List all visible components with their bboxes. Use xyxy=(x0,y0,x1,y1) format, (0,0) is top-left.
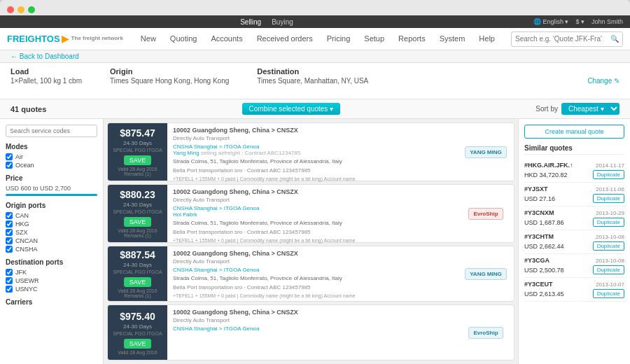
dest-usewr[interactable]: USEWR xyxy=(6,277,97,284)
origin-cnsha-checkbox[interactable] xyxy=(6,246,13,253)
save-button[interactable]: SAVE xyxy=(124,155,151,165)
sidebar-search[interactable] xyxy=(6,125,97,137)
duplicate-button[interactable]: Duplicate xyxy=(593,265,624,274)
quote-days: 24-30 Days xyxy=(123,262,152,268)
similar-item: #HKG.AIR.JFK.↑ 2014-11-17 HKD 34,720.82 … xyxy=(524,159,624,183)
logo: FREIGHTOS ▶ The freight network xyxy=(7,34,123,44)
nav-reports[interactable]: Reports xyxy=(391,28,433,50)
carriers-title: Carriers xyxy=(6,298,97,306)
mode-ocean-checkbox[interactable] xyxy=(6,162,13,169)
origin-label: Origin xyxy=(110,67,229,76)
duplicate-button[interactable]: Duplicate xyxy=(593,241,624,251)
change-link[interactable]: Change ✎ xyxy=(587,77,620,85)
origin-cnsha-label: CNSHA xyxy=(15,246,38,253)
origin-value: Times Square Hong Kong, Hong Kong xyxy=(110,77,229,85)
quote-route-sub: Directly Auto Transport xyxy=(173,197,452,203)
save-button[interactable]: SAVE xyxy=(124,339,151,349)
similar-id: #Y3CEUT xyxy=(524,281,553,288)
topbar-buying[interactable]: Buying xyxy=(272,18,293,26)
origin-can-checkbox[interactable] xyxy=(6,212,13,219)
load-value: 1×Pallet, 100 kg 1 cbm xyxy=(10,77,82,85)
origin-can[interactable]: CAN xyxy=(6,212,97,219)
dest-usewr-checkbox[interactable] xyxy=(6,277,13,284)
sort-select[interactable]: Cheapest ▾ xyxy=(561,103,620,115)
duplicate-button[interactable]: Duplicate xyxy=(593,218,624,227)
origin-cnsha[interactable]: CNSHA xyxy=(6,246,97,253)
quote-meta: +TEFEL1 + 155MM + 0 palst | Commodity na… xyxy=(173,176,452,181)
origin-cncan-checkbox[interactable] xyxy=(6,237,13,244)
similar-price: USD 2,613.45 xyxy=(524,290,564,298)
modes-section: Modes Air Ocean xyxy=(6,143,97,169)
duplicate-button[interactable]: Duplicate xyxy=(593,170,624,179)
close-icon[interactable] xyxy=(7,6,14,13)
duplicate-button[interactable]: Duplicate xyxy=(593,194,624,203)
duplicate-button[interactable]: Duplicate xyxy=(593,289,624,298)
topbar-currency[interactable]: $ ▾ xyxy=(575,18,584,25)
origin-szx-checkbox[interactable] xyxy=(6,229,13,236)
origin-ports-title: Origin ports xyxy=(6,202,97,209)
nav-pricing[interactable]: Pricing xyxy=(320,28,358,50)
logo-tagline: The freight network xyxy=(71,35,123,41)
price-title: Price xyxy=(6,174,97,182)
origin-szx-label: SZX xyxy=(15,229,28,236)
quote-carrier-line: CNSHA Shanghai > ITGOA Genoa xyxy=(173,267,452,273)
destination-value: Times Square, Manhattan, NY, USA xyxy=(257,77,368,85)
similar-date: 2013-10-08 xyxy=(596,234,624,240)
dest-ports-section: Destination ports JFK USEWR USNYC xyxy=(6,258,97,293)
destination-section: Destination Times Square, Manhattan, NY,… xyxy=(257,67,368,85)
nav-system[interactable]: System xyxy=(433,28,472,50)
quote-valid: Valid 28 Aug 2016 Remarks (1) xyxy=(111,228,164,238)
combine-bar: 41 quotes Combine selected quotes ▾ Sort… xyxy=(0,99,630,119)
minimize-icon[interactable] xyxy=(18,6,24,13)
quote-details: 10002 Guangdong Sheng, China > CNSZX Dir… xyxy=(167,246,458,301)
save-button[interactable]: SAVE xyxy=(124,277,151,287)
dest-usnyc-label: USNYC xyxy=(15,286,38,293)
dest-ports-title: Destination ports xyxy=(6,258,97,266)
nav-quoting[interactable]: Quoting xyxy=(163,28,204,50)
similar-price: USD 2,662.44 xyxy=(524,243,564,250)
similar-date: 2013-10-29 xyxy=(596,210,624,216)
combine-button[interactable]: Combine selected quotes ▾ xyxy=(242,103,341,115)
quote-meta: +TEFEL1 + 155MM + 0 palst | Commodity na… xyxy=(173,293,452,298)
quote-route: 10002 Guangdong Sheng, China > CNSZX xyxy=(173,309,452,316)
search-bar[interactable]: 🔍 xyxy=(511,31,623,47)
dest-jfk-checkbox[interactable] xyxy=(6,269,13,276)
dest-usnyc-checkbox[interactable] xyxy=(6,286,13,293)
topbar-language[interactable]: 🌐 English ▾ xyxy=(533,18,569,25)
quote-address: Strada Colma, 51, Tagliolo Monferrato, P… xyxy=(173,220,452,227)
mode-air-label: Air xyxy=(15,153,23,160)
search-input[interactable] xyxy=(515,35,610,43)
nav-help[interactable]: Help xyxy=(472,28,502,50)
origin-hkg-checkbox[interactable] xyxy=(6,220,13,227)
carrier-badge: EvroShip xyxy=(468,327,503,339)
maximize-icon[interactable] xyxy=(28,6,35,13)
mode-ocean[interactable]: Ocean xyxy=(6,162,97,169)
price-slider[interactable] xyxy=(6,194,97,196)
quote-price-col: $887.54 24-30 Days SPECIAL FGO ITGOA SAV… xyxy=(108,246,167,301)
quote-address: Strada Colma, 51, Tagliolo Monferrato, P… xyxy=(173,275,452,282)
quote-logo-col: EvroShip xyxy=(458,185,514,242)
dest-jfk[interactable]: JFK xyxy=(6,269,97,276)
quote-address-sub: Bella Port transportation sro · Contract… xyxy=(173,229,452,236)
nav-setup[interactable]: Setup xyxy=(357,28,391,50)
quote-route: 10002 Guangdong Sheng, China > CNSZX xyxy=(173,127,452,134)
origin-hkg[interactable]: HKG xyxy=(6,220,97,227)
similar-quotes-title: Similar quotes xyxy=(524,144,624,155)
dest-usnyc[interactable]: USNYC xyxy=(6,286,97,293)
quote-meta: +TEFEL1 + 155MM + 0 palst | Commodity na… xyxy=(173,238,452,243)
topbar-selling[interactable]: Selling xyxy=(240,18,261,26)
origin-szx[interactable]: SZX xyxy=(6,229,97,236)
nav-received-orders[interactable]: Received orders xyxy=(250,28,320,50)
quote-carrier-line: CNSHA Shanghai > ITGOA Genoa xyxy=(173,326,452,332)
quote-logo-col: EvroShip xyxy=(458,305,514,360)
topbar-user[interactable]: John Smith xyxy=(592,18,623,25)
breadcrumb[interactable]: ← Back to Dashboard xyxy=(0,50,630,63)
nav-new[interactable]: New xyxy=(134,28,163,50)
mode-air-checkbox[interactable] xyxy=(6,153,13,160)
save-button[interactable]: SAVE xyxy=(124,217,151,227)
quote-price-col: $975.40 24-30 Days SPECIAL FGO ITGOA SAV… xyxy=(108,305,167,360)
mode-air[interactable]: Air xyxy=(6,153,97,160)
nav-accounts[interactable]: Accounts xyxy=(204,28,249,50)
create-manual-button[interactable]: Create manual quote xyxy=(524,125,624,139)
origin-cncan[interactable]: CNCAN xyxy=(6,237,97,244)
